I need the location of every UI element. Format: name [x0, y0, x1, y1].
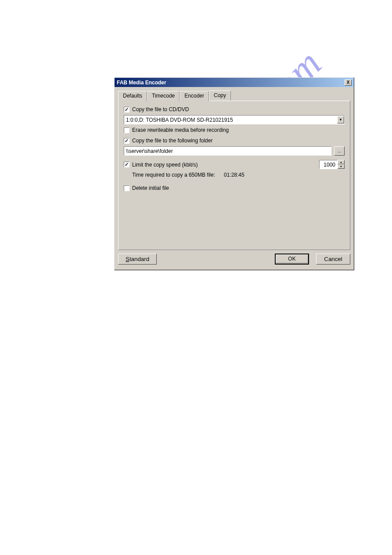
time-required-value: 01:28:45: [224, 172, 245, 178]
tab-strip: Defaults Timecode Encoder Copy: [118, 91, 350, 101]
tab-content: Copy the file to CD/DVD 1:0:0,D: TOSHIBA…: [118, 101, 350, 250]
standard-button[interactable]: Standard: [118, 254, 157, 265]
close-button[interactable]: X: [345, 80, 352, 86]
speed-up-button[interactable]: ▲: [338, 160, 345, 164]
copy-to-cd-label: Copy the file to CD/DVD: [132, 106, 189, 112]
delete-initial-checkbox[interactable]: [124, 185, 129, 191]
folder-path-input[interactable]: [124, 146, 331, 156]
close-icon: X: [347, 80, 350, 85]
copy-to-folder-checkbox[interactable]: [124, 138, 129, 144]
drive-selected-value: 1:0:0,D: TOSHIBA DVD-ROM SD-R21021915: [126, 117, 233, 123]
titlebar: FAB Media Encoder X: [115, 78, 354, 87]
speed-input[interactable]: [319, 160, 338, 169]
dropdown-arrow-icon: ▼: [337, 116, 344, 123]
tab-encoder[interactable]: Encoder: [180, 91, 209, 101]
speed-down-button[interactable]: ▼: [338, 164, 345, 169]
drive-dropdown[interactable]: 1:0:0,D: TOSHIBA DVD-ROM SD-R21021915 ▼: [124, 115, 345, 124]
ok-button[interactable]: OK: [275, 254, 309, 265]
time-required-label: Time required to copy a 650MB file:: [132, 172, 215, 178]
cancel-button[interactable]: Cancel: [316, 254, 350, 265]
browse-button[interactable]: ...: [334, 146, 345, 156]
speed-spinner: ▲ ▼: [319, 160, 345, 169]
limit-speed-checkbox[interactable]: [124, 162, 129, 167]
button-row: Standard OK Cancel: [115, 254, 354, 270]
delete-initial-label: Delete initial file: [132, 185, 169, 191]
dialog-title: FAB Media Encoder: [117, 80, 166, 86]
tab-copy[interactable]: Copy: [209, 91, 231, 101]
copy-to-folder-label: Copy the file to the following folder: [132, 138, 212, 144]
limit-speed-label: Limit the copy speed (kbit/s): [132, 162, 198, 168]
tab-defaults[interactable]: Defaults: [118, 91, 147, 101]
erase-label: Erase rewriteable media before recording: [132, 127, 229, 133]
copy-to-cd-checkbox[interactable]: [124, 107, 129, 112]
dialog-window: FAB Media Encoder X Defaults Timecode En…: [114, 77, 354, 270]
tab-timecode[interactable]: Timecode: [147, 91, 180, 101]
erase-checkbox[interactable]: [124, 127, 129, 133]
